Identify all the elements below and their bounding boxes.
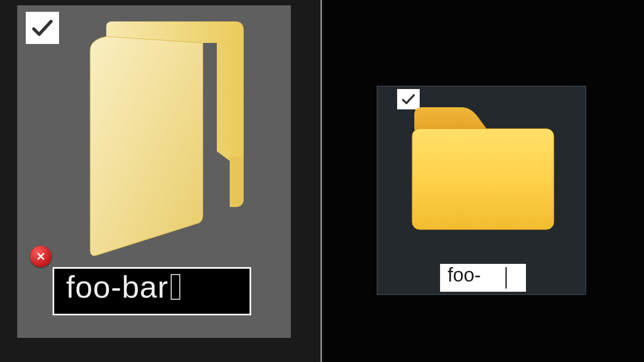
folder-rename-input[interactable]: foo-bar [53, 267, 251, 315]
right-pane: foo- [320, 0, 644, 362]
text-caret [506, 267, 507, 289]
folder-name-text: foo- [448, 264, 481, 286]
folder-closed-icon [408, 106, 558, 235]
selection-checkbox[interactable] [26, 12, 59, 44]
svg-rect-0 [412, 129, 554, 230]
left-pane: foo-bar [0, 0, 320, 362]
folder-open-icon [69, 21, 251, 257]
folder-rename-input[interactable]: foo- [440, 264, 526, 292]
error-badge [30, 246, 52, 267]
error-x-icon [35, 251, 46, 262]
invalid-char-glyph [171, 274, 180, 300]
check-icon [400, 91, 416, 107]
folder-name-text: foo-bar [66, 269, 169, 304]
check-icon [30, 15, 55, 41]
